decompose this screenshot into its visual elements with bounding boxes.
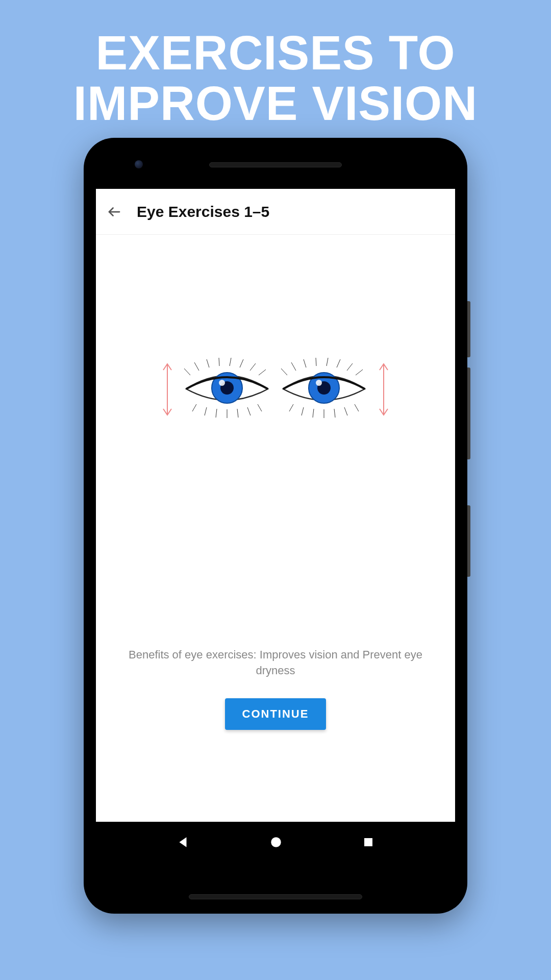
svg-line-22 xyxy=(291,362,296,371)
svg-line-34 xyxy=(302,407,304,415)
svg-line-8 xyxy=(250,363,256,371)
promo-title-line1: EXERCISES TO xyxy=(95,26,455,80)
svg-line-5 xyxy=(219,358,219,366)
svg-rect-43 xyxy=(364,838,372,846)
svg-line-2 xyxy=(184,369,190,375)
volume-down-button xyxy=(467,368,470,459)
power-button xyxy=(467,505,470,577)
phone-speaker-top xyxy=(209,162,342,167)
android-nav-bar xyxy=(96,822,455,863)
svg-point-42 xyxy=(271,837,281,847)
phone-screen: Eye Exercises 1–5 xyxy=(96,189,455,863)
svg-line-28 xyxy=(356,370,363,375)
svg-line-24 xyxy=(316,358,316,366)
nav-home-icon[interactable] xyxy=(269,836,283,849)
svg-line-27 xyxy=(347,363,353,371)
svg-line-14 xyxy=(192,404,196,411)
right-eye-icon xyxy=(278,357,370,424)
svg-marker-41 xyxy=(179,837,186,847)
svg-line-15 xyxy=(205,407,207,415)
nav-back-icon[interactable] xyxy=(177,836,190,849)
svg-line-38 xyxy=(344,407,347,415)
svg-line-9 xyxy=(259,370,266,375)
eyes-illustration xyxy=(96,357,455,424)
svg-line-19 xyxy=(247,407,251,415)
svg-line-33 xyxy=(289,404,293,411)
volume-up-button xyxy=(467,301,470,357)
arrow-up-down-icon xyxy=(159,359,176,422)
svg-line-37 xyxy=(334,409,335,418)
svg-line-3 xyxy=(194,362,199,371)
phone-front-camera xyxy=(135,160,143,168)
svg-point-32 xyxy=(316,380,322,386)
promo-title: EXERCISES TO IMPROVE VISION xyxy=(0,0,551,129)
svg-line-23 xyxy=(304,359,306,368)
left-eye-icon xyxy=(181,357,273,424)
svg-point-13 xyxy=(219,380,225,386)
phone-speaker-bottom xyxy=(189,894,362,899)
svg-line-7 xyxy=(240,359,243,368)
svg-line-21 xyxy=(281,369,287,375)
phone-frame: Eye Exercises 1–5 xyxy=(84,138,467,914)
app-bar: Eye Exercises 1–5 xyxy=(96,189,455,235)
svg-line-39 xyxy=(355,404,359,411)
page-title: Eye Exercises 1–5 xyxy=(137,203,269,220)
benefits-text: Benefits of eye exercises: Improves visi… xyxy=(96,647,455,679)
svg-line-35 xyxy=(313,409,314,418)
svg-line-4 xyxy=(207,359,209,368)
arrow-up-down-icon xyxy=(375,359,392,422)
exercise-content: Benefits of eye exercises: Improves visi… xyxy=(96,235,455,822)
svg-line-6 xyxy=(230,358,231,366)
svg-line-18 xyxy=(237,409,238,418)
svg-line-16 xyxy=(216,409,217,418)
nav-recent-icon[interactable] xyxy=(362,836,374,848)
svg-line-26 xyxy=(337,359,340,368)
svg-line-20 xyxy=(258,404,262,411)
back-arrow-icon[interactable] xyxy=(104,202,124,222)
svg-line-25 xyxy=(327,358,328,366)
promo-title-line2: IMPROVE VISION xyxy=(73,77,478,130)
continue-button[interactable]: CONTINUE xyxy=(225,698,327,730)
